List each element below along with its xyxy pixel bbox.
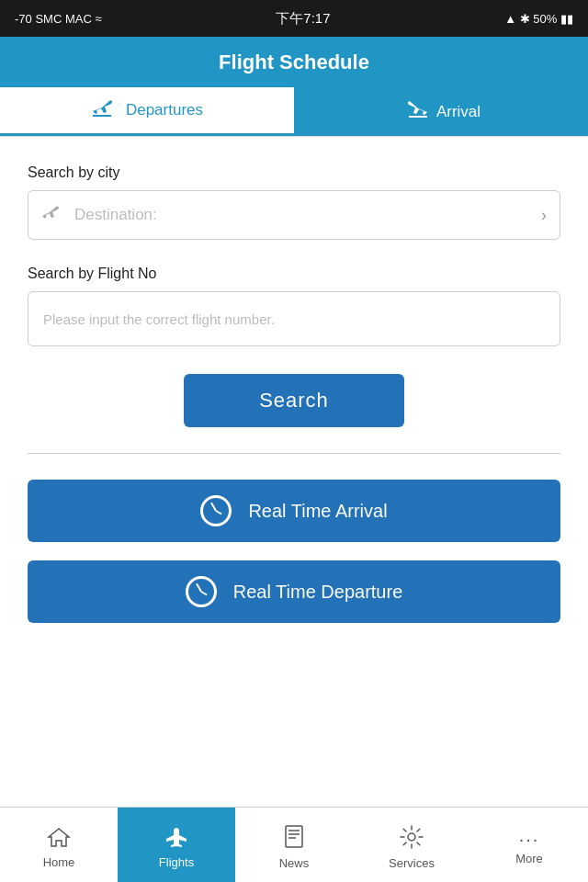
nav-item-services[interactable]: Services: [353, 808, 470, 882]
real-time-departure-button[interactable]: Real Time Departure: [28, 560, 560, 623]
nav-item-news[interactable]: News: [235, 808, 353, 882]
status-indicators: ▲ ✱ 50% ▮▮: [504, 12, 573, 26]
nav-more-label: More: [515, 852, 543, 865]
bottom-nav-bar: Home Flights News Services: [0, 807, 588, 882]
services-icon: [400, 825, 424, 853]
destination-arrow-icon: ›: [541, 206, 547, 225]
status-time: 下午7:17: [276, 10, 330, 28]
tab-arrival-label: Arrival: [436, 103, 481, 121]
clock-hour-hand-2: [200, 591, 207, 595]
real-time-arrival-label: Real Time Arrival: [248, 501, 387, 522]
app-header: Flight Schedule: [0, 37, 588, 87]
main-content: Search by city Destination: › Search by …: [0, 137, 588, 623]
nav-item-flights[interactable]: Flights: [118, 808, 235, 882]
nav-item-home[interactable]: Home: [0, 808, 118, 882]
real-time-arrival-button[interactable]: Real Time Arrival: [28, 480, 560, 542]
real-time-departure-label: Real Time Departure: [233, 582, 403, 603]
nav-flights-label: Flights: [159, 855, 194, 869]
nav-home-label: Home: [43, 855, 75, 869]
nav-item-more[interactable]: ··· More: [470, 808, 588, 882]
nav-news-label: News: [279, 856, 310, 870]
status-carrier: -70 SMC MAC ≈: [15, 12, 102, 26]
city-search-field[interactable]: Destination: ›: [28, 190, 560, 240]
page-title: Flight Schedule: [219, 51, 369, 74]
status-bar: -70 SMC MAC ≈ 下午7:17 ▲ ✱ 50% ▮▮: [0, 0, 588, 37]
more-icon: ···: [519, 830, 540, 848]
svg-rect-2: [286, 826, 302, 847]
destination-placeholder: Destination:: [74, 206, 541, 224]
arrival-plane-icon: [401, 100, 429, 123]
tab-departures[interactable]: Departures: [0, 87, 294, 136]
flights-icon: [164, 826, 189, 852]
departures-plane-icon: [91, 99, 119, 122]
clock-arrival-icon: [200, 495, 232, 526]
nav-services-label: Services: [389, 856, 435, 870]
clock-departure-icon: [186, 576, 217, 607]
search-flight-label: Search by Flight No: [28, 266, 560, 282]
clock-hour-hand: [216, 510, 222, 514]
section-divider: [28, 453, 560, 454]
search-button[interactable]: Search: [184, 374, 404, 427]
home-icon: [47, 826, 71, 852]
tab-departures-label: Departures: [126, 101, 203, 119]
search-city-label: Search by city: [28, 164, 560, 181]
news-icon: [284, 825, 304, 853]
tab-bar: Departures Arrival: [0, 87, 588, 137]
city-plane-icon: [41, 203, 65, 227]
svg-point-6: [408, 833, 415, 841]
tab-arrival[interactable]: Arrival: [294, 87, 588, 136]
flight-number-input[interactable]: [28, 291, 560, 346]
